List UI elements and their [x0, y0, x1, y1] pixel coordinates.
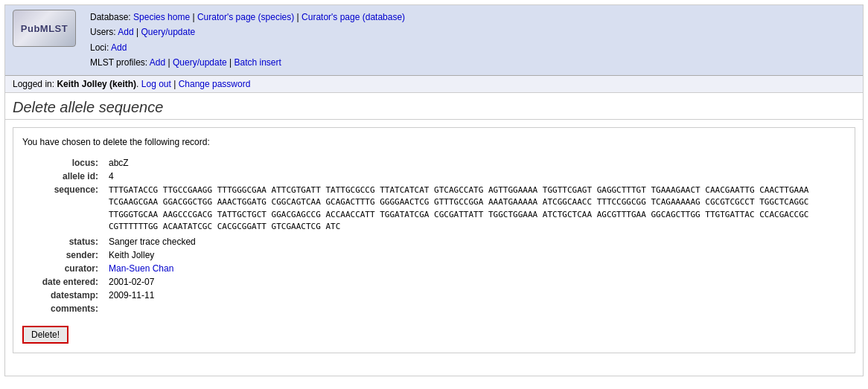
logout-link[interactable]: Log out — [141, 79, 171, 89]
curators-page-database-link[interactable]: Curator's page (database) — [301, 12, 405, 22]
locus-value: abcZ — [104, 156, 846, 170]
status-label: status: — [22, 235, 104, 248]
user-full-name: Keith Jolley — [57, 79, 106, 89]
sender-label: sender: — [22, 248, 104, 262]
pubmlst-logo: PubMLST — [13, 10, 76, 47]
curator-link[interactable]: Man-Suen Chan — [109, 263, 173, 274]
table-row: allele id: 4 — [22, 170, 846, 183]
users-add-link[interactable]: Add — [118, 27, 133, 37]
intro-text: You have chosen to delete the following … — [22, 137, 846, 147]
page-title: Delete allele sequence — [13, 99, 855, 116]
table-row: comments: — [22, 302, 846, 315]
table-row: locus: abcZ — [22, 156, 846, 170]
comments-label: comments: — [22, 302, 104, 315]
mlst-query-update-link[interactable]: Query/update — [173, 57, 227, 68]
users-label: Users: — [90, 27, 116, 37]
users-query-update-link[interactable]: Query/update — [141, 27, 196, 37]
datestamp-label: datestamp: — [22, 289, 104, 302]
table-row: sequence: TTTGATACCG TTGCCGAAGG TTTGGGCG… — [22, 183, 846, 235]
mlst-batch-insert-link[interactable]: Batch insert — [234, 57, 281, 68]
locus-label: locus: — [22, 156, 104, 170]
table-row: date entered: 2001-02-07 — [22, 275, 846, 289]
sequence-text: TTTGATACCG TTGCCGAAGG TTTGGGCGAA ATTCGTG… — [109, 184, 841, 234]
database-label: Database: — [90, 12, 131, 22]
datestamp-value: 2009-11-11 — [104, 289, 846, 302]
allele-id-label: allele id: — [22, 170, 104, 183]
mlst-add-link[interactable]: Add — [150, 57, 165, 68]
nav-info: Database: Species home | Curator's page … — [90, 10, 405, 71]
loci-add-link[interactable]: Add — [111, 42, 127, 53]
table-row: status: Sanger trace checked — [22, 235, 846, 248]
table-row: sender: Keith Jolley — [22, 248, 846, 262]
mlst-profiles-label: MLST profiles: — [90, 57, 147, 68]
record-table: locus: abcZ allele id: 4 sequence: TTTGA… — [22, 156, 846, 315]
user-id: keith — [112, 79, 133, 89]
table-row: curator: Man-Suen Chan — [22, 262, 846, 275]
loci-label: Loci: — [90, 42, 109, 53]
allele-id-value: 4 — [104, 170, 846, 183]
species-home-link[interactable]: Species home — [133, 12, 190, 22]
sequence-value: TTTGATACCG TTGCCGAAGG TTTGGGCGAA ATTCGTG… — [104, 183, 846, 235]
table-row: datestamp: 2009-11-11 — [22, 289, 846, 302]
logged-in-prefix: Logged in: — [13, 79, 57, 89]
date-entered-value: 2001-02-07 — [104, 275, 846, 289]
curators-page-species-link[interactable]: Curator's page (species) — [197, 12, 294, 22]
curator-value: Man-Suen Chan — [104, 262, 846, 275]
sequence-label: sequence: — [22, 183, 104, 235]
status-value: Sanger trace checked — [104, 235, 846, 248]
sender-value: Keith Jolley — [104, 248, 846, 262]
curator-label: curator: — [22, 262, 104, 275]
comments-value — [104, 302, 846, 315]
change-password-link[interactable]: Change password — [179, 79, 251, 89]
date-entered-label: date entered: — [22, 275, 104, 289]
delete-button[interactable]: Delete! — [22, 326, 68, 344]
